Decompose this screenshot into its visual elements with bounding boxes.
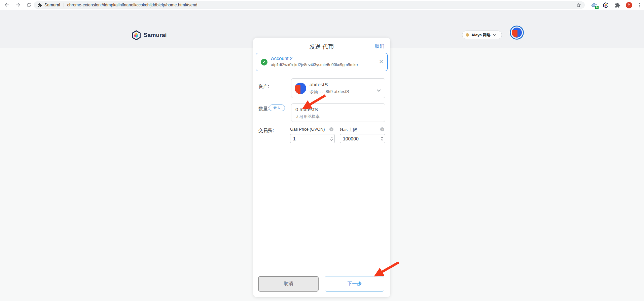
extension-puzzle-icon (38, 3, 42, 7)
forward-icon[interactable] (14, 2, 21, 8)
network-selector[interactable]: Alaya 网络 (462, 31, 502, 39)
url-text: chrome-extension://idmpkaiinlfnanoikccok… (67, 3, 198, 7)
back-icon[interactable] (3, 2, 10, 8)
gas-limit-info-icon[interactable]: i (380, 127, 384, 131)
token-icon (294, 82, 307, 94)
gas-price-info-icon[interactable]: i (329, 127, 333, 131)
dialog-cancel-link[interactable]: 取消 (375, 43, 384, 49)
token-name: atxtestS (310, 82, 328, 87)
gas-price-input[interactable] (290, 134, 330, 143)
asset-label: 资产: (258, 84, 269, 90)
next-button[interactable]: 下一步 (325, 276, 384, 292)
max-button[interactable]: 最大 (269, 104, 285, 111)
send-token-dialog: 发送 代币 取消 ✓ Account 2 atp1dt2wx0xjkd2je8e… (253, 38, 390, 297)
dialog-title: 发送 代币 (253, 43, 390, 51)
footer-divider (253, 271, 390, 271)
gas-limit-input[interactable] (340, 134, 381, 143)
gas-limit-stepper[interactable] (381, 136, 384, 141)
browser-menu-icon[interactable] (637, 3, 642, 7)
asset-select[interactable]: atxtestS 余额：: .859 atxtestS (291, 78, 385, 98)
gas-price-field (290, 134, 335, 143)
gas-price-stepper[interactable] (330, 136, 333, 141)
account-name: Account 2 (271, 56, 293, 61)
browser-profile-avatar[interactable]: 文 (626, 2, 632, 8)
conversion-note: 无可用兑换率 (295, 114, 320, 120)
select-caret-icon (377, 87, 381, 93)
amount-value: 0 atxtestS (295, 106, 318, 112)
samurai-logo: Samurai (131, 30, 167, 40)
cloud-extension-icon[interactable]: 0 (591, 2, 597, 8)
close-icon[interactable]: × (379, 58, 383, 65)
network-status-dot (466, 33, 469, 37)
account-avatar[interactable] (510, 26, 524, 40)
bookmark-star-icon[interactable] (576, 2, 581, 8)
brand-name: Samurai (144, 32, 167, 39)
samurai-logo-icon (131, 30, 141, 40)
fee-label: 交易费: (258, 128, 274, 134)
network-name: Alaya 网络 (471, 33, 491, 38)
extensions-puzzle-icon[interactable] (614, 2, 621, 8)
extension-badge: 0 (595, 5, 599, 9)
gas-price-label: Gas Price (GVON) (290, 127, 325, 132)
account-address: atp1dt2wx0xjkd2je8ev4t3ysmte6n90kc9gm9mk… (271, 62, 358, 67)
browser-toolbar: Samurai chrome-extension://idmpkaiinlfna… (0, 0, 644, 10)
amount-label: 数量: (258, 106, 269, 112)
url-bar[interactable]: Samurai chrome-extension://idmpkaiinlfna… (34, 1, 585, 9)
gas-limit-label: Gas 上限 (340, 127, 357, 133)
cancel-button[interactable]: 取消 (258, 276, 319, 292)
site-label: Samurai (44, 3, 60, 7)
check-icon: ✓ (261, 59, 267, 66)
token-balance: 余额：: .859 atxtestS (310, 89, 349, 95)
recipient-account-card[interactable]: ✓ Account 2 atp1dt2wx0xjkd2je8ev4t3ysmte… (256, 53, 388, 71)
samurai-extension-icon[interactable] (602, 2, 609, 8)
url-separator (64, 3, 64, 7)
amount-input[interactable]: 0 atxtestS 无可用兑换率 (291, 103, 385, 122)
refresh-icon[interactable] (26, 2, 32, 8)
gas-limit-field (340, 134, 385, 143)
chevron-down-icon (493, 34, 496, 36)
